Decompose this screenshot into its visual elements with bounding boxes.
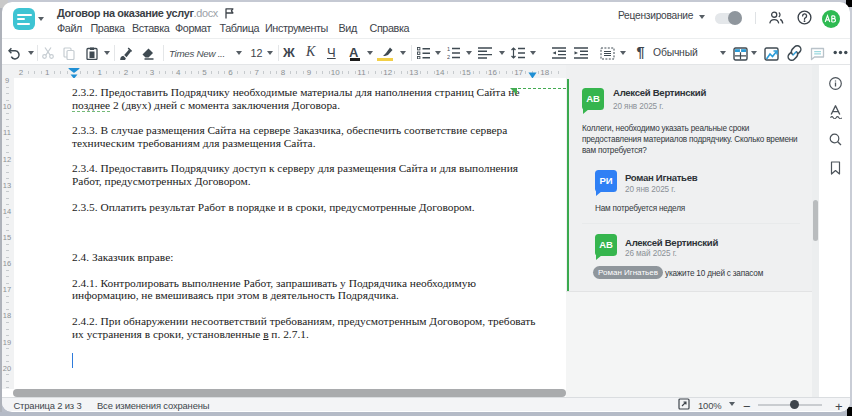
- svg-text:2: 2: [447, 54, 450, 59]
- svg-text:1: 1: [447, 47, 450, 52]
